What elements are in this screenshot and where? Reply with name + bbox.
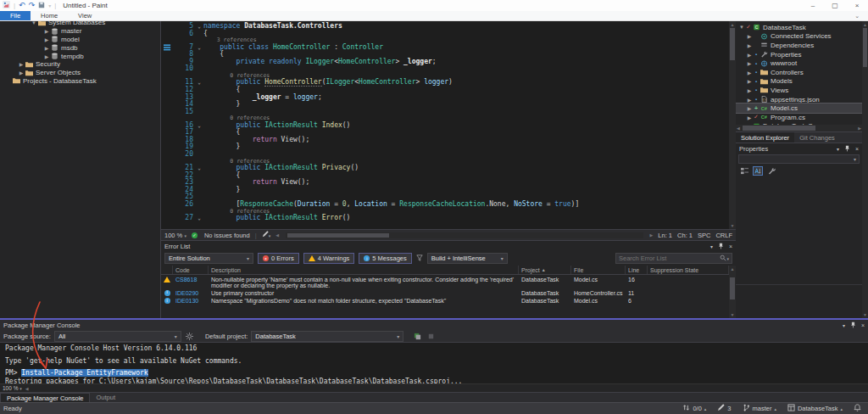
- expander-icon[interactable]: ▶: [746, 115, 753, 120]
- solution-item-connected-services[interactable]: ▶Connected Services: [736, 32, 862, 42]
- solution-item-program-cs[interactable]: ▶✓C#Program.cs: [736, 113, 862, 122]
- scope-select[interactable]: Entire Solution▾: [164, 253, 253, 264]
- close-icon[interactable]: ×: [855, 146, 859, 152]
- fold-icon[interactable]: [195, 137, 203, 144]
- pin-icon[interactable]: [844, 145, 850, 153]
- close-button[interactable]: ×: [846, 0, 868, 11]
- tab-file[interactable]: File: [0, 11, 31, 20]
- window-position-icon[interactable]: ▾: [710, 243, 713, 249]
- hscroll-right-icon[interactable]: ▶: [858, 125, 861, 131]
- properties-object-select[interactable]: ▾: [738, 154, 860, 164]
- messages-filter-button[interactable]: i5 Messages: [359, 253, 411, 264]
- solution-item-model-cs[interactable]: ▶+C#Model.cs: [736, 104, 862, 113]
- expander-icon[interactable]: ▶: [746, 52, 753, 58]
- tree-item-projects-databasetask[interactable]: Projects - DatabaseTask: [0, 77, 160, 86]
- editor-horizontal-scrollbar[interactable]: [286, 232, 643, 238]
- fold-icon[interactable]: [195, 101, 203, 109]
- scroll-down-icon[interactable]: ▼: [729, 312, 736, 317]
- column-indicator[interactable]: Ch: 1: [677, 232, 693, 239]
- undo-icon[interactable]: ↶: [19, 2, 25, 9]
- console-output[interactable]: Package Manager Console Host Version 6.1…: [0, 343, 868, 383]
- fold-icon[interactable]: [195, 143, 203, 151]
- fold-icon[interactable]: [195, 87, 203, 94]
- solution-item-models[interactable]: ▶▪Models: [736, 77, 862, 87]
- solution-item-properties[interactable]: ▶▪Properties: [736, 50, 862, 59]
- fold-icon[interactable]: [195, 129, 203, 137]
- solution-item-controllers[interactable]: ▶▪Controllers: [736, 68, 862, 77]
- fold-icon[interactable]: [195, 151, 203, 159]
- status-bell[interactable]: [854, 404, 861, 413]
- column-header-description[interactable]: Description: [209, 266, 519, 274]
- expander-icon[interactable]: ▶: [746, 97, 753, 103]
- line-indicator[interactable]: Ln: 1: [658, 232, 672, 239]
- tree-item-model[interactable]: ▶model: [0, 36, 160, 44]
- expander-icon[interactable]: ▶: [746, 42, 753, 48]
- fold-icon[interactable]: [195, 31, 203, 38]
- tree-item-security[interactable]: ▶Security: [0, 60, 160, 69]
- tab-solution-explorer[interactable]: Solution Explorer: [736, 132, 794, 143]
- fold-icon[interactable]: [195, 193, 203, 201]
- solution-explorer-hscrollbar[interactable]: ◀ ▶: [736, 125, 862, 131]
- errors-filter-button[interactable]: ×0 Errors: [258, 253, 299, 264]
- error-row[interactable]: iIDE0130Namespace "MigrationsDemo" does …: [161, 297, 729, 305]
- expander-icon[interactable]: ▶: [18, 61, 25, 67]
- solution-item-wwwroot[interactable]: ▶▪wwwroot: [736, 59, 862, 68]
- fold-icon[interactable]: ⌄: [195, 215, 203, 222]
- tab-output[interactable]: Output: [90, 393, 121, 402]
- column-header-suppression-state[interactable]: Suppression State: [648, 266, 729, 274]
- column-header-project[interactable]: Project▲: [519, 266, 571, 274]
- spaces-indicator[interactable]: SPC: [698, 232, 710, 239]
- fold-icon[interactable]: [195, 59, 203, 66]
- tab-package-manager-console[interactable]: Package Manager Console: [0, 393, 90, 402]
- search-error-list-box[interactable]: ▾: [615, 253, 732, 264]
- scrollbar-thumb[interactable]: [287, 233, 389, 238]
- scrollbar-thumb[interactable]: [730, 28, 735, 60]
- package-source-select[interactable]: All▾: [54, 331, 181, 342]
- maximize-button[interactable]: ▢: [824, 0, 846, 11]
- scroll-up-icon[interactable]: ▲: [862, 22, 868, 27]
- solution-item-dependencies[interactable]: ▶Dependencies: [736, 41, 862, 50]
- solution-item-views[interactable]: ▶▪Views: [736, 86, 862, 95]
- window-position-icon[interactable]: ▾: [843, 322, 845, 328]
- scroll-up-icon[interactable]: ▲: [729, 22, 736, 27]
- expander-icon[interactable]: ▶: [746, 105, 753, 111]
- hscroll-left-icon[interactable]: ◀: [275, 232, 279, 238]
- error-row[interactable]: iIDE0290Use primary constructorDatabaseT…: [161, 289, 729, 298]
- code-cleanup-icon[interactable]: ▾: [262, 231, 271, 239]
- expander-icon[interactable]: ▶: [746, 60, 753, 66]
- column-header-code[interactable]: Code: [173, 266, 209, 274]
- scroll-down-icon[interactable]: ▼: [862, 312, 868, 317]
- source-filter-select[interactable]: Build + IntelliSense▾: [427, 253, 508, 264]
- code-editor[interactable]: 5⌄namespace DatabaseTask.Controllers6{ 3…: [161, 21, 736, 229]
- pmc-zoom-select[interactable]: 100 % ▾: [3, 385, 22, 391]
- expander-icon[interactable]: ▶: [746, 87, 753, 93]
- expander-icon[interactable]: ▼: [31, 21, 37, 25]
- quick-access-caret-icon[interactable]: ▾: [48, 3, 51, 8]
- expander-icon[interactable]: ▶: [18, 70, 25, 76]
- fold-icon[interactable]: [195, 94, 203, 102]
- error-row[interactable]: CS8618Non-nullable property 'Name' must …: [161, 276, 729, 289]
- hscroll-left-icon[interactable]: ◀: [737, 125, 740, 131]
- expander-icon[interactable]: ▼: [738, 25, 745, 30]
- filter-icon[interactable]: [416, 255, 423, 263]
- properties-grid[interactable]: [736, 177, 862, 318]
- hscroll-left-icon[interactable]: ◀: [25, 386, 29, 391]
- editor-zoom-select[interactable]: 100 % ▾: [164, 232, 186, 239]
- fold-icon[interactable]: ⌄: [195, 122, 203, 130]
- fold-icon[interactable]: ⌄: [195, 79, 203, 87]
- tree-item-server-objects[interactable]: ▶Server Objects: [0, 69, 160, 77]
- status-pencil[interactable]: 3: [717, 404, 731, 413]
- search-options-caret-icon[interactable]: ▾: [726, 256, 729, 261]
- search-error-list-input[interactable]: [619, 255, 720, 262]
- pin-icon[interactable]: [718, 243, 724, 250]
- close-icon[interactable]: ×: [729, 243, 732, 249]
- tab-view[interactable]: View: [68, 11, 102, 20]
- status-updown[interactable]: 0/0▴: [682, 404, 706, 413]
- window-position-icon[interactable]: ▾: [837, 146, 839, 152]
- property-pages-icon[interactable]: [766, 166, 776, 176]
- scrollbar-thumb[interactable]: [730, 277, 735, 299]
- fold-icon[interactable]: [195, 201, 203, 209]
- hscroll-right-icon[interactable]: ▶: [650, 232, 654, 238]
- scroll-up-icon[interactable]: ▲: [729, 266, 736, 271]
- warnings-filter-button[interactable]: 4 Warnings: [303, 253, 355, 264]
